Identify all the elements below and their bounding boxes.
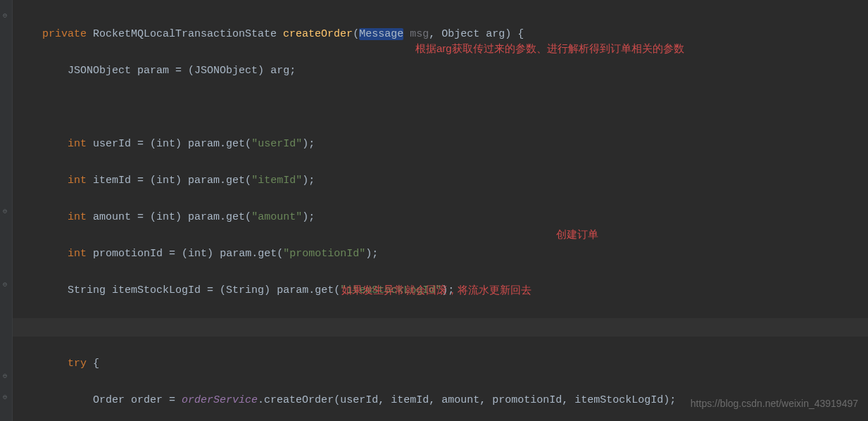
code-editor[interactable]: private RocketMQLocalTransactionState cr…: [13, 0, 868, 421]
fold-mark-icon[interactable]: ⊖: [3, 13, 10, 20]
code-line: int amount = (int) param.get("amount");: [13, 208, 868, 227]
code-line: JSONObject param = (JSONObject) arg;: [13, 62, 868, 80]
annotation-create-order: 创建订单: [556, 225, 598, 244]
watermark-text: https://blog.csdn.net/weixin_43919497: [691, 394, 858, 413]
code-line: int userId = (int) param.get("userId");: [13, 135, 868, 153]
code-line: [13, 99, 868, 117]
code-line: int itemId = (int) param.get("itemId");: [13, 172, 868, 190]
code-line: int promotionId = (int) param.get("promo…: [13, 245, 868, 263]
fold-mark-icon[interactable]: ⊖: [3, 208, 10, 215]
annotation-rollback: 如果发生异常就会回滚，将流水更新回去: [341, 281, 532, 299]
code-line-caret: [13, 318, 868, 337]
fold-mark-icon[interactable]: ⊖: [3, 394, 10, 401]
annotation-top: 根据arg获取传过来的参数、进行解析得到订单相关的参数: [415, 39, 684, 58]
editor-gutter: ⊖ ⊖ ⊖ ⊖ ⊖: [0, 0, 13, 421]
fold-mark-icon[interactable]: ⊖: [3, 282, 10, 289]
highlighted-token: Message: [359, 28, 403, 40]
code-line: try {: [13, 355, 868, 373]
fold-mark-icon[interactable]: ⊖: [3, 373, 10, 380]
